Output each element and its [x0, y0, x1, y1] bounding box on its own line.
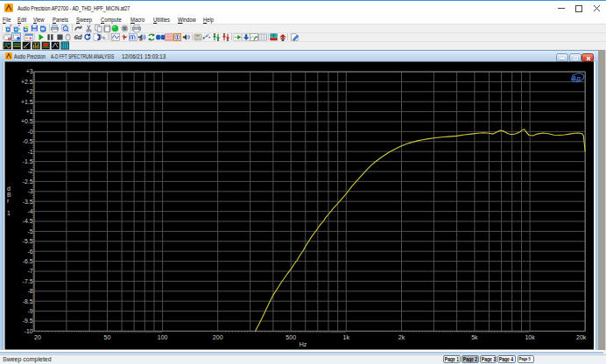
svg-text:-10: -10	[25, 328, 33, 334]
svg-text:+3: +3	[26, 68, 33, 74]
svg-text:-2: -2	[27, 168, 32, 174]
svg-text:-3.5: -3.5	[23, 199, 33, 205]
svg-text:-9.5: -9.5	[23, 318, 33, 324]
svg-text:-2.5: -2.5	[23, 178, 33, 185]
svg-text:-5: -5	[27, 228, 32, 234]
svg-text:-6: -6	[27, 248, 32, 255]
svg-text:+0.5: +0.5	[21, 118, 33, 124]
svg-text:1k: 1k	[343, 334, 350, 340]
svg-text:-8.5: -8.5	[23, 298, 33, 304]
svg-text:+2.5: +2.5	[21, 79, 33, 85]
svg-text:-1: -1	[27, 149, 32, 155]
svg-text:-0: -0	[27, 129, 32, 135]
svg-text:d: d	[7, 186, 11, 192]
svg-text:2k: 2k	[398, 334, 405, 340]
svg-text:-7.5: -7.5	[23, 278, 33, 284]
svg-text:Hz: Hz	[299, 341, 307, 347]
svg-text:1: 1	[7, 210, 11, 216]
svg-text:-4.5: -4.5	[23, 218, 33, 224]
svg-text:-7: -7	[27, 268, 32, 274]
svg-text:-0.5: -0.5	[23, 138, 33, 144]
svg-text:20: 20	[34, 334, 41, 340]
svg-text:-4: -4	[27, 208, 32, 214]
svg-text:500: 500	[285, 334, 296, 340]
svg-text:-8: -8	[27, 288, 32, 294]
svg-text:B: B	[7, 192, 11, 198]
svg-text:10k: 10k	[525, 334, 535, 340]
svg-text:200: 200	[213, 334, 223, 340]
svg-text:-6.5: -6.5	[23, 258, 33, 264]
svg-text:-3: -3	[27, 188, 32, 194]
svg-text:-9: -9	[27, 308, 32, 314]
svg-text:+1: +1	[26, 108, 33, 115]
svg-text:20k: 20k	[576, 334, 587, 340]
svg-text:+1.5: +1.5	[21, 99, 33, 105]
svg-text:+2: +2	[26, 88, 33, 94]
svg-text:5k: 5k	[471, 334, 478, 340]
svg-text:Ap: Ap	[571, 74, 581, 82]
svg-text:-1.5: -1.5	[23, 158, 33, 164]
svg-text:100: 100	[158, 334, 168, 340]
svg-text:50: 50	[104, 334, 111, 340]
svg-text:-5.5: -5.5	[23, 238, 33, 244]
